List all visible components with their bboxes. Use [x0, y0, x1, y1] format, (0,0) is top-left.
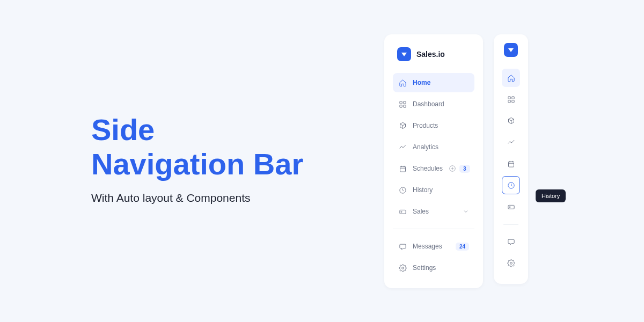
nav-label-history: History: [413, 186, 469, 194]
svg-rect-14: [508, 162, 514, 167]
nav-icon-products[interactable]: [502, 112, 520, 130]
nav-icon-sales[interactable]: [502, 197, 520, 216]
sales-icon: [398, 207, 407, 216]
nav-label-messages: Messages: [413, 243, 450, 250]
schedules-icon: [398, 164, 407, 173]
nav-icon-history[interactable]: [502, 176, 520, 194]
dashboard-icon: [398, 100, 407, 108]
svg-rect-2: [399, 105, 401, 107]
svg-point-8: [401, 211, 402, 212]
nav-item-settings[interactable]: Settings: [393, 258, 474, 277]
nav-label-dashboard: Dashboard: [413, 100, 469, 108]
svg-rect-3: [403, 105, 405, 107]
add-schedule-icon[interactable]: [449, 165, 456, 172]
analytics-icon: [398, 143, 407, 151]
products-icon: [398, 121, 407, 130]
nav-icon-dashboard[interactable]: [502, 90, 520, 108]
svg-rect-4: [400, 166, 405, 172]
svg-point-9: [401, 267, 404, 269]
logo-icon: [397, 47, 411, 61]
settings-icon: [398, 264, 407, 272]
svg-rect-11: [511, 96, 514, 98]
svg-rect-16: [508, 205, 514, 209]
svg-rect-7: [399, 210, 405, 214]
messages-icon: [398, 242, 407, 251]
sidebar-expanded: Sales.io Home Dashboard Products Analyti…: [384, 34, 483, 288]
nav-item-home[interactable]: Home: [393, 73, 474, 92]
divider: [503, 224, 518, 225]
nav-label-sales: Sales: [413, 208, 457, 215]
svg-rect-0: [399, 101, 401, 103]
svg-rect-12: [508, 100, 510, 102]
svg-rect-1: [403, 101, 405, 103]
tooltip-history: History: [536, 189, 566, 202]
hero-subtitle: With Auto layout & Components: [91, 192, 303, 204]
nav-item-products[interactable]: Products: [393, 116, 474, 135]
nav-item-dashboard[interactable]: Dashboard: [393, 94, 474, 114]
hero-title-line-2: Navigation Bar: [91, 147, 303, 181]
nav-label-schedules: Schedules: [413, 165, 443, 172]
nav-item-history[interactable]: History: [393, 180, 474, 200]
nav-icon-settings[interactable]: [502, 254, 520, 272]
svg-rect-10: [508, 96, 510, 98]
nav-label-home: Home: [413, 79, 469, 86]
logo-icon[interactable]: [504, 43, 518, 57]
nav-item-analytics[interactable]: Analytics: [393, 137, 474, 157]
nav-item-schedules[interactable]: Schedules 3: [393, 159, 474, 178]
messages-badge: 24: [456, 243, 469, 251]
svg-point-18: [510, 262, 512, 264]
nav-item-messages[interactable]: Messages 24: [393, 237, 474, 256]
nav-icon-schedules[interactable]: [502, 155, 520, 173]
sidebar-collapsed: [494, 34, 528, 284]
divider: [393, 229, 474, 229]
nav-label-analytics: Analytics: [413, 143, 469, 151]
chevron-down-icon: [463, 208, 469, 215]
nav-item-sales[interactable]: Sales: [393, 202, 474, 221]
nav-icon-messages[interactable]: [502, 232, 520, 251]
brand-name: Sales.io: [416, 50, 445, 58]
nav-icon-home[interactable]: [502, 69, 520, 87]
svg-point-17: [509, 206, 510, 207]
nav-label-products: Products: [413, 122, 469, 129]
nav-icon-analytics[interactable]: [502, 133, 520, 151]
nav-label-settings: Settings: [413, 264, 469, 272]
hero: Side Navigation Bar With Auto layout & C…: [91, 113, 303, 204]
home-icon: [398, 78, 407, 87]
hero-title-line-1: Side: [91, 113, 303, 147]
brand-row[interactable]: Sales.io: [393, 43, 474, 73]
history-icon: [398, 186, 407, 194]
svg-rect-13: [511, 100, 514, 102]
hero-title: Side Navigation Bar: [91, 113, 303, 182]
schedules-badge: 3: [459, 165, 470, 173]
